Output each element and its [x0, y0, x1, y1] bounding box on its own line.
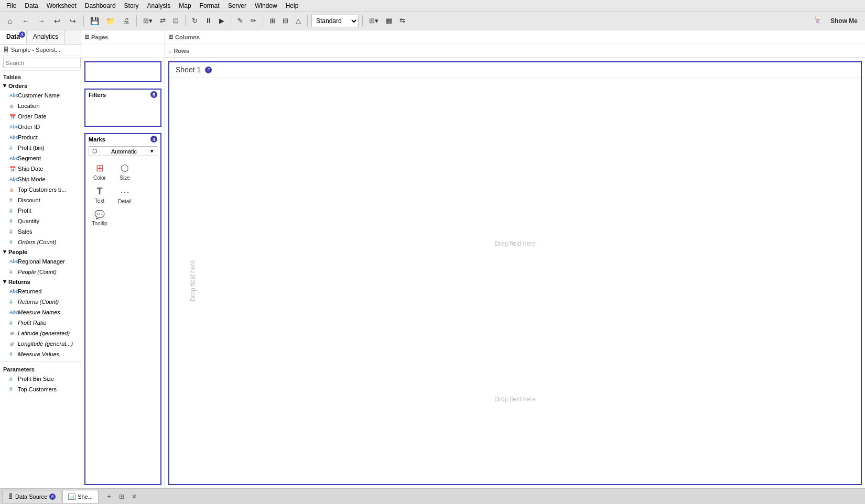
toolbar-pause-btn[interactable]: ⏸ [202, 14, 214, 28]
list-item[interactable]: # Profit [0, 205, 81, 216]
marks-text-btn[interactable]: T Text [88, 184, 112, 206]
marks-color-btn[interactable]: ⊞ Color [88, 160, 112, 183]
list-item[interactable]: ⊕ Latitude (generated) [0, 328, 81, 338]
toolbar-dashboard-btn[interactable]: ▦ [383, 14, 395, 28]
menu-format[interactable]: Format [196, 0, 224, 12]
toolbar-card-btn[interactable]: 🃏 [810, 14, 824, 28]
parameters-header: Parameters [0, 361, 81, 374]
drop-hint-bottom: Drop field here [494, 396, 536, 403]
list-item[interactable]: Abc Customer Name [0, 90, 81, 101]
toolbar-map-btn[interactable]: ⊞▾ [366, 14, 381, 28]
orders-group-header[interactable]: ▾ Orders [0, 81, 81, 90]
toolbar-collapse-btn[interactable]: ⊟ [280, 14, 291, 28]
list-item[interactable]: ⊕ Location [0, 101, 81, 111]
toolbar-home-btn[interactable]: ⌂ [3, 14, 17, 28]
rows-drop-zone[interactable] [191, 44, 862, 57]
menu-file[interactable]: File [2, 0, 20, 12]
shelf-main: ⊞ Columns ≡ Rows [165, 30, 865, 58]
menu-worksheet[interactable]: Worksheet [42, 0, 81, 12]
list-item[interactable]: # Returns (Count) [0, 297, 81, 307]
list-item[interactable]: # Profit Ratio [0, 317, 81, 328]
new-sheet-btn[interactable]: + [104, 491, 114, 502]
color-icon: ⊞ [96, 162, 104, 174]
duplicate-sheet-btn[interactable]: ⊞ [116, 491, 127, 502]
list-item[interactable]: # Profit Bin Size [0, 374, 81, 384]
field-icon-calendar: 📅 [9, 166, 16, 172]
toolbar-undo-btn[interactable]: ↩ [50, 14, 64, 28]
list-item[interactable]: # Top Customers [0, 384, 81, 395]
toolbar-save-as-btn[interactable]: 📁 [103, 14, 117, 28]
list-item[interactable]: ⊕ Longitude (generat...) [0, 338, 81, 349]
toolbar-share-btn[interactable]: ⇆ [397, 14, 408, 28]
toolbar-print-btn[interactable]: 🖨 [119, 14, 133, 28]
search-input[interactable] [3, 58, 81, 68]
field-label: Returned [18, 288, 41, 294]
standard-dropdown[interactable]: Standard [311, 15, 359, 27]
field-label: Ship Date [18, 166, 43, 172]
toolbar-sep6 [307, 15, 308, 27]
tab-analytics[interactable]: Analytics [27, 30, 65, 44]
toolbar-clear-btn[interactable]: △ [293, 14, 304, 28]
toolbar-fit-btn[interactable]: ✎ [235, 14, 246, 28]
menu-data[interactable]: Data [20, 0, 42, 12]
field-label: Top Customers [18, 386, 57, 392]
list-item[interactable]: # Quantity [0, 216, 81, 226]
toolbar-refresh-btn[interactable]: ↻ [189, 14, 200, 28]
toolbar-save-btn[interactable]: 💾 [88, 14, 101, 28]
datasource-tab[interactable]: 🗄 Data Source 6 [2, 490, 61, 503]
drop-hint-top: Drop field here [494, 240, 536, 247]
menu-story[interactable]: Story [120, 0, 143, 12]
marks-tooltip-btn[interactable]: 💬 Tooltip [88, 207, 112, 228]
list-item[interactable]: # Sales [0, 226, 81, 237]
view-area: Sheet 1 2 Drop field here Drop field her… [168, 61, 862, 485]
list-item[interactable]: Abc Regional Manager [0, 256, 81, 267]
list-item[interactable]: # Discount [0, 195, 81, 205]
list-item[interactable]: # Measure Values [0, 349, 81, 359]
menu-server[interactable]: Server [224, 0, 251, 12]
people-group-header[interactable]: ▾ People [0, 247, 81, 256]
toolbar-back-btn[interactable]: ← [19, 14, 33, 28]
list-item[interactable]: 📅 Ship Date [0, 163, 81, 174]
list-item[interactable]: Abc Order ID [0, 122, 81, 132]
list-item[interactable]: Abc Segment [0, 153, 81, 163]
show-me-button[interactable]: Show Me [826, 14, 862, 28]
toolbar-forward-btn[interactable]: → [35, 14, 48, 28]
menu-help[interactable]: Help [282, 0, 303, 12]
columns-drop-zone[interactable] [202, 30, 862, 43]
field-icon-calc: ⊛ [9, 187, 16, 193]
sheet-tab[interactable]: 📊 She... [62, 490, 99, 503]
toolbar-view-btn[interactable]: ⊞▾ [140, 14, 155, 28]
filters-card-body[interactable] [85, 100, 160, 126]
list-item[interactable]: # Profit (bin) [0, 143, 81, 153]
view-content[interactable]: Drop field here Drop field here Drop fie… [169, 78, 861, 484]
toolbar-expand-btn[interactable]: ⊞ [267, 14, 278, 28]
tab-data[interactable]: Data 1 [0, 30, 27, 44]
panel-tabs: Data 1 Analytics [0, 30, 81, 45]
list-item[interactable]: Abc Product [0, 132, 81, 143]
list-item[interactable]: Abc Measure Names [0, 307, 81, 317]
list-item[interactable]: Abc Returned [0, 286, 81, 297]
marks-type-dropdown[interactable]: ⬡ Automatic ▾ [89, 146, 157, 156]
marks-size-btn[interactable]: ⬡ Size [113, 160, 137, 183]
delete-sheet-btn[interactable]: ✕ [129, 491, 139, 502]
list-item[interactable]: # Orders (Count) [0, 237, 81, 247]
toolbar-run-btn[interactable]: ▶ [217, 14, 227, 28]
list-item[interactable]: # People (Count) [0, 267, 81, 277]
list-item[interactable]: Abc Ship Mode [0, 174, 81, 184]
menu-window[interactable]: Window [251, 0, 282, 12]
toolbar-group-btn[interactable]: ⊡ [170, 14, 181, 28]
pages-card-body[interactable] [85, 65, 160, 81]
filters-badge: 5 [150, 91, 157, 98]
toolbar-redo-btn[interactable]: ↪ [66, 14, 80, 28]
returns-group-header[interactable]: ▾ Returns [0, 277, 81, 286]
toolbar-swap-btn[interactable]: ⇄ [157, 14, 168, 28]
toolbar-pencil-btn[interactable]: ✏ [248, 14, 259, 28]
list-item[interactable]: 📅 Order Date [0, 111, 81, 122]
menu-dashboard[interactable]: Dashboard [81, 0, 120, 12]
menu-map[interactable]: Map [175, 0, 195, 12]
datasource-tag[interactable]: 🗄 Sample - Superst... [0, 45, 81, 56]
menu-analysis[interactable]: Analysis [143, 0, 175, 12]
marks-detail-btn[interactable]: ⋯ Detail [113, 184, 137, 206]
datasource-tab-label: Data Source [15, 494, 47, 500]
list-item[interactable]: ⊛ Top Customers b... [0, 184, 81, 195]
